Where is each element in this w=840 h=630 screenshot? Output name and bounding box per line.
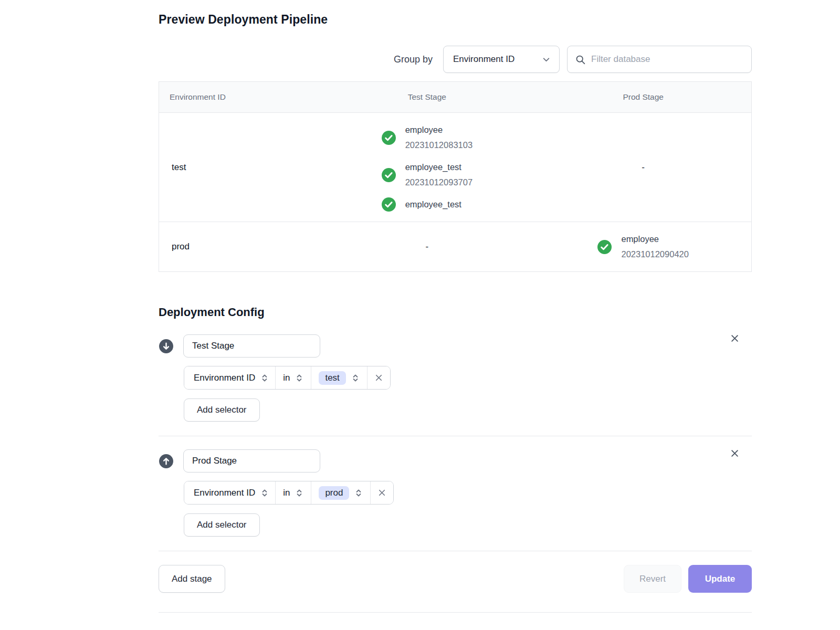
selector-operator-value: in <box>283 373 290 383</box>
selector-value-tag: prod <box>319 486 349 500</box>
environment-id-cell: test <box>159 113 319 222</box>
deployment-config-title: Deployment Config <box>159 306 752 319</box>
selector-value-tag: test <box>319 371 345 385</box>
stage-divider <box>159 436 752 436</box>
database-version: 20231012093707 <box>405 175 472 190</box>
database-entry: employee 20231012083103 <box>382 122 472 153</box>
check-circle-icon <box>382 168 396 182</box>
chevron-up-down-icon <box>351 374 360 382</box>
table-row-test: test employee 20231012083103 <box>159 113 752 222</box>
remove-stage-button[interactable] <box>727 330 742 346</box>
config-footer: Add stage Revert Update <box>159 565 752 593</box>
group-by-selected-value: Environment ID <box>453 54 514 65</box>
revert-button[interactable]: Revert <box>624 565 681 593</box>
selector-key-select[interactable]: Environment ID <box>184 481 276 504</box>
test-stage-cell: employee 20231012083103 employee_test 20… <box>319 113 535 222</box>
database-name: employee <box>405 122 472 138</box>
column-header-test-stage: Test Stage <box>319 82 535 113</box>
test-stage-cell: - <box>319 222 535 272</box>
stage-name-input[interactable] <box>183 449 320 472</box>
bottom-divider <box>159 612 752 613</box>
remove-selector-button[interactable] <box>368 366 390 389</box>
pipeline-toolbar: Group by Environment ID <box>159 46 752 73</box>
stage-config-test: Environment ID in test <box>159 334 752 422</box>
selector-operator-select[interactable]: in <box>276 481 311 504</box>
table-row-prod: prod - employee 20231012090420 <box>159 222 752 272</box>
column-header-environment: Environment ID <box>159 82 319 113</box>
selector-operator-select[interactable]: in <box>276 366 311 389</box>
filter-database-box <box>567 46 752 73</box>
filter-database-input[interactable] <box>591 54 744 65</box>
database-entry: employee 20231012090420 <box>597 232 688 262</box>
pipeline-preview-table: Environment ID Test Stage Prod Stage tes… <box>159 81 752 272</box>
group-by-label: Group by <box>394 54 433 65</box>
close-icon <box>730 333 740 343</box>
arrow-up-circle-icon <box>159 454 174 469</box>
chevron-down-icon <box>542 55 551 64</box>
arrow-down-circle-icon <box>159 339 174 354</box>
check-circle-icon <box>597 240 612 254</box>
remove-selector-button[interactable] <box>371 481 393 504</box>
chevron-up-down-icon <box>260 489 269 497</box>
close-icon <box>377 488 386 497</box>
selector-value-select[interactable]: prod <box>311 481 371 504</box>
database-entry: employee_test 20231012093707 <box>382 160 472 190</box>
main-content: Preview Deployment Pipeline Group by Env… <box>159 0 752 613</box>
label-selector: Environment ID in prod <box>184 481 394 505</box>
search-icon <box>575 54 586 65</box>
chevron-up-down-icon <box>295 489 303 497</box>
page-title: Preview Deployment Pipeline <box>159 0 752 27</box>
chevron-up-down-icon <box>295 374 303 382</box>
chevron-up-down-icon <box>354 489 363 497</box>
selector-key-value: Environment ID <box>194 488 255 498</box>
database-name: employee_test <box>405 197 461 212</box>
check-circle-icon <box>382 197 396 212</box>
close-icon <box>374 373 383 382</box>
group-by-select[interactable]: Environment ID <box>443 46 560 73</box>
prod-stage-cell: employee 20231012090420 <box>535 222 751 272</box>
stage-config-prod: Environment ID in prod <box>159 449 752 537</box>
selector-key-select[interactable]: Environment ID <box>184 366 276 389</box>
column-header-prod-stage: Prod Stage <box>535 82 751 113</box>
add-selector-button[interactable]: Add selector <box>184 513 260 537</box>
check-circle-icon <box>382 131 396 145</box>
remove-stage-button[interactable] <box>727 445 742 461</box>
update-button[interactable]: Update <box>688 565 752 593</box>
selector-value-select[interactable]: test <box>311 366 367 389</box>
database-version: 20231012090420 <box>621 247 688 262</box>
database-entry: employee_test <box>382 197 472 212</box>
database-name: employee <box>621 232 688 247</box>
selector-key-value: Environment ID <box>194 373 255 383</box>
close-icon <box>730 448 740 458</box>
label-selector: Environment ID in test <box>184 366 391 390</box>
chevron-up-down-icon <box>260 374 269 382</box>
stage-name-input[interactable] <box>183 334 320 358</box>
add-stage-button[interactable]: Add stage <box>159 565 225 593</box>
prod-stage-cell: - <box>535 113 751 222</box>
table-header-row: Environment ID Test Stage Prod Stage <box>159 82 752 113</box>
empty-stage-placeholder: - <box>535 162 751 173</box>
add-selector-button[interactable]: Add selector <box>184 398 260 422</box>
empty-stage-placeholder: - <box>319 242 535 252</box>
database-name: employee_test <box>405 160 472 175</box>
footer-divider <box>159 551 752 551</box>
database-version: 20231012083103 <box>405 138 472 153</box>
environment-id-cell: prod <box>159 222 319 272</box>
selector-operator-value: in <box>283 488 290 498</box>
